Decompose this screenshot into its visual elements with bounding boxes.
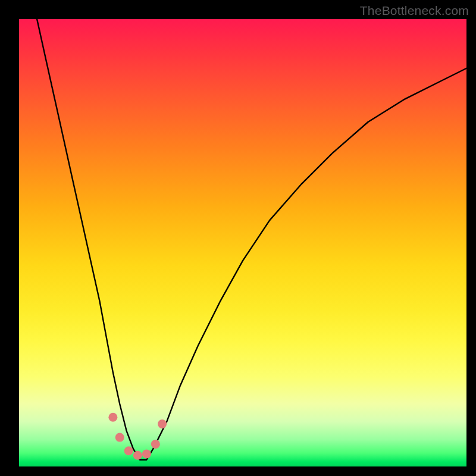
chart-frame: TheBottleneck.com xyxy=(0,0,476,476)
curve-marker xyxy=(142,449,151,458)
bottleneck-curve xyxy=(37,19,466,460)
marker-group xyxy=(108,413,167,460)
curve-marker xyxy=(158,419,167,428)
curve-marker xyxy=(115,433,124,442)
watermark-text: TheBottleneck.com xyxy=(360,4,469,18)
curve-marker xyxy=(108,413,117,422)
chart-overlay xyxy=(19,19,466,466)
curve-marker xyxy=(133,451,142,460)
curve-marker xyxy=(124,446,133,455)
curve-marker xyxy=(151,440,160,449)
